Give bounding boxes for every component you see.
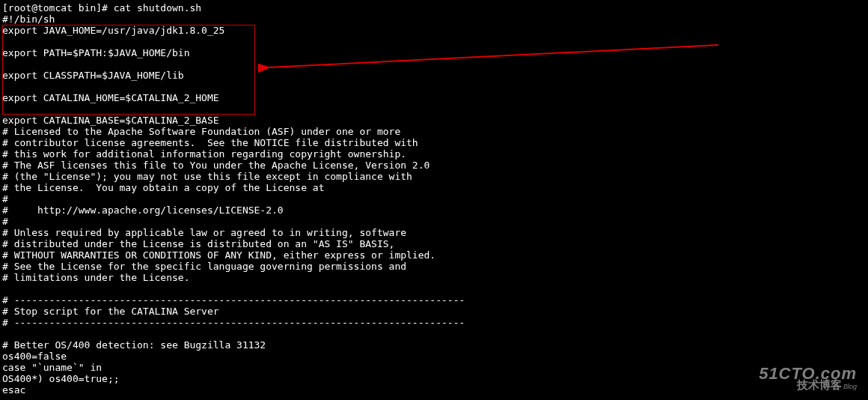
watermark-text: 技术博客 xyxy=(797,378,842,391)
watermark-url: 51CTO.com xyxy=(759,368,857,379)
watermark: 51CTO.com 技术博客Blog xyxy=(759,368,857,393)
terminal-output[interactable]: [root@tomcat bin]# cat shutdown.sh #!/bi… xyxy=(2,2,465,396)
watermark-blog: Blog xyxy=(843,383,857,390)
terminal-text: [root@tomcat bin]# cat shutdown.sh #!/bi… xyxy=(2,2,465,396)
